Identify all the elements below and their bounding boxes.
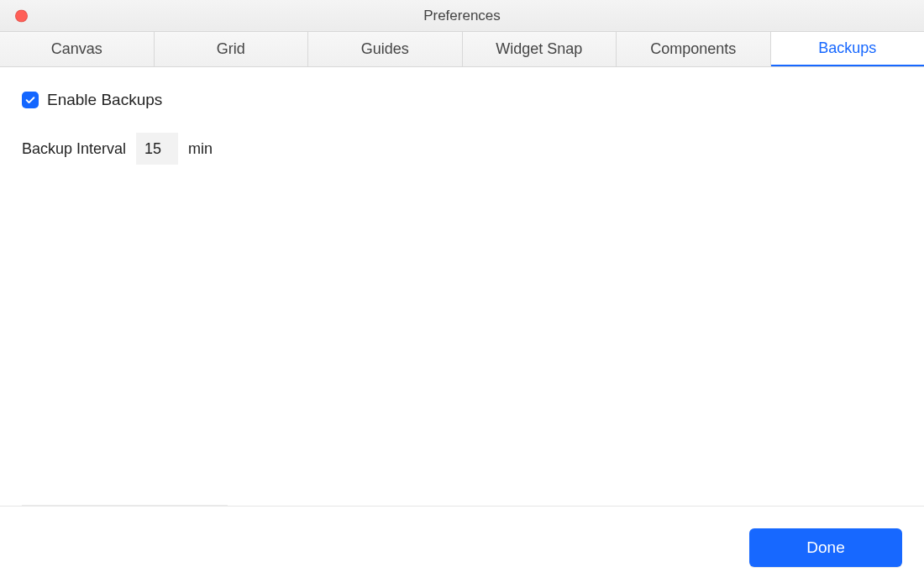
titlebar: Preferences <box>0 0 924 32</box>
backup-interval-unit: min <box>188 140 213 158</box>
tab-guides[interactable]: Guides <box>308 32 463 66</box>
tab-label: Backups <box>818 39 876 57</box>
enable-backups-checkbox[interactable] <box>22 92 39 108</box>
tab-widget-snap[interactable]: Widget Snap <box>463 32 617 66</box>
tab-label: Components <box>650 40 736 58</box>
tab-label: Grid <box>217 40 245 58</box>
backup-interval-row: Backup Interval min <box>22 133 902 165</box>
tabs: Canvas Grid Guides Widget Snap Component… <box>0 32 924 67</box>
footer: Done <box>0 506 924 588</box>
done-button[interactable]: Done <box>749 528 902 567</box>
window-title: Preferences <box>423 8 501 24</box>
content-backups: Enable Backups Backup Interval min <box>0 67 924 504</box>
enable-backups-label: Enable Backups <box>47 91 162 109</box>
enable-backups-row: Enable Backups <box>22 91 902 109</box>
tab-backups[interactable]: Backups <box>771 32 925 66</box>
checkmark-icon <box>24 94 36 106</box>
tab-label: Widget Snap <box>496 40 582 58</box>
tab-components[interactable]: Components <box>617 32 771 66</box>
backup-interval-label: Backup Interval <box>22 140 126 158</box>
tab-grid[interactable]: Grid <box>155 32 309 66</box>
tab-canvas[interactable]: Canvas <box>0 32 155 66</box>
tab-label: Canvas <box>51 40 102 58</box>
close-window-icon[interactable] <box>15 9 28 22</box>
backup-interval-input[interactable] <box>136 133 178 165</box>
tab-label: Guides <box>361 40 409 58</box>
